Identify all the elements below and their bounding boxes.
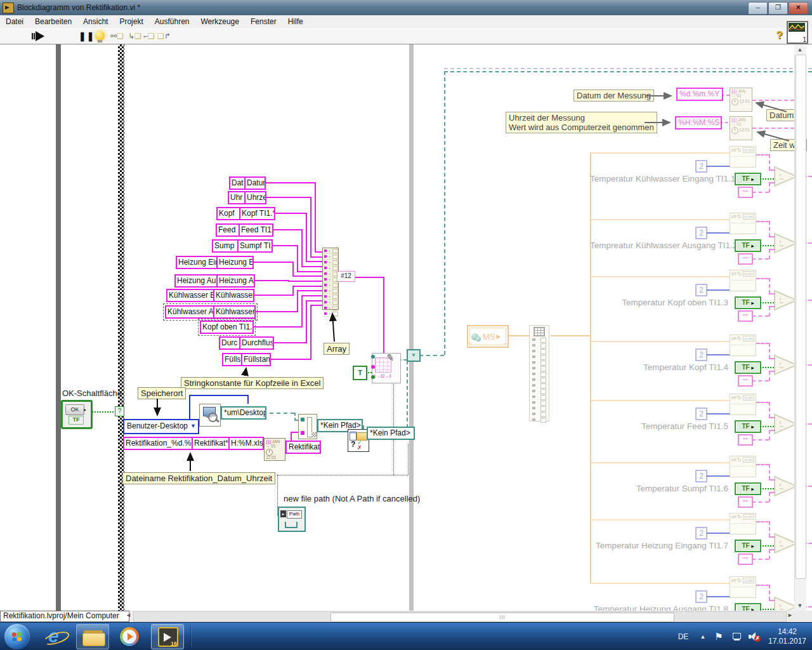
string-constant-10[interactable]: DurcDurchfluss (219, 336, 274, 350)
close-button[interactable]: ✕ (789, 2, 808, 15)
number-to-string-node[interactable]: #F↻ n.nn (730, 270, 756, 291)
number-to-string-node[interactable]: #F↻ n.nn (730, 456, 756, 477)
string-constant-5[interactable]: Heizung EinHeizung Ei* (176, 256, 254, 269)
build-path-node[interactable] (298, 414, 317, 439)
get-system-directory-node[interactable] (199, 404, 221, 427)
boolean-terminal[interactable]: TF ▸ (735, 173, 761, 185)
string-constant-4[interactable]: SumpSumpf TI1* (212, 239, 273, 253)
string-constant-11[interactable]: FüllsFüllstand (222, 353, 271, 366)
start-button[interactable] (4, 624, 30, 649)
digits-constant[interactable]: 2 (695, 227, 707, 239)
number-to-string-node[interactable]: #F↻ n.nn (730, 213, 756, 234)
digits-constant[interactable]: 2 (695, 348, 707, 361)
format-datetime-node-datum[interactable]: JAN→ 01 12:01 (730, 88, 752, 112)
clock[interactable]: 14:42 17.01.2017 (764, 623, 811, 650)
empty-string-constant[interactable]: "" (738, 253, 753, 265)
format-datetime-node-zeit[interactable]: JAN→ 01 12:01 (730, 116, 752, 140)
datum-format-string[interactable]: %d.%m.%Y (676, 88, 723, 101)
scroll-left-button[interactable]: ◄ (126, 612, 131, 618)
digits-constant[interactable]: 2 (695, 160, 707, 173)
digits-constant[interactable]: 2 (695, 590, 707, 603)
menu-item-bearbeiten[interactable]: Bearbeiten (29, 16, 77, 27)
enum-dropdown-icon[interactable]: ▼ (190, 420, 196, 432)
string-constant-1[interactable]: UhrUhrzeit (228, 191, 266, 204)
number-to-string-node[interactable]: #F↻ n.nn (730, 394, 756, 415)
format-datetime-node-left[interactable]: JAN→ 01 12:01 (264, 438, 285, 461)
vertical-scrollbar-thumb[interactable] (796, 55, 806, 579)
step-over-icon[interactable]: ⌐❏ (143, 32, 155, 41)
horizontal-scrollbar-thumb[interactable]: ||| (331, 613, 674, 622)
index-array-node[interactable] (529, 325, 549, 421)
scroll-down-button[interactable]: ▼ (794, 600, 806, 611)
menu-item-fenster[interactable]: Fenster (245, 16, 282, 27)
digits-constant[interactable]: 2 (695, 284, 707, 296)
scroll-right-button[interactable]: ► (787, 612, 793, 618)
ms-variable-node[interactable]: MS ▶ ?! ?! (467, 325, 509, 348)
digits-constant[interactable]: 2 (695, 408, 707, 420)
boolean-terminal[interactable]: TF ▸ (735, 603, 761, 611)
action-center-flag-icon[interactable]: ⚑ (712, 623, 726, 650)
taskbar-item-media-player[interactable] (113, 624, 146, 649)
ok-boolean-terminal[interactable]: OK ▸ TF (61, 400, 93, 429)
pause-button-icon[interactable]: ❚❚ (79, 31, 95, 41)
new-file-path-terminal[interactable]: ▸ Path (278, 507, 306, 532)
block-diagram[interactable]: OK-Schaltfläche OK ▸ TF ? ++++++++++++ #… (0, 44, 812, 611)
string-constant-3[interactable]: FeedFeed TI1.* (216, 223, 273, 237)
boolean-terminal[interactable]: TF ▸ (735, 420, 761, 433)
string-constant-0[interactable]: DatDatum (229, 176, 266, 190)
restore-button[interactable]: ❐ (768, 2, 788, 15)
empty-string-constant[interactable]: "" (738, 310, 753, 322)
menu-item-ansicht[interactable]: Ansicht (77, 16, 114, 27)
write-spreadsheet-node[interactable]: ✎ 1→‖2→‖ (372, 353, 401, 383)
zeit-format-string[interactable]: %H:%M:%S (675, 116, 722, 129)
string-constant-2[interactable]: KopfKopf TI1.* (216, 207, 275, 220)
empty-string-constant[interactable]: "" (738, 496, 753, 508)
taskbar-item-labview[interactable]: 16 (151, 624, 184, 649)
context-help-icon[interactable]: ? (776, 29, 783, 42)
boolean-terminal[interactable]: TF ▸ (735, 361, 761, 374)
minimize-button[interactable]: – (748, 2, 768, 15)
boolean-terminal[interactable]: TF ▸ (735, 296, 761, 309)
menu-item-projekt[interactable]: Projekt (114, 16, 148, 27)
menu-item-datei[interactable]: Datei (0, 16, 29, 27)
boolean-terminal[interactable]: TF ▸ (735, 540, 761, 552)
scroll-up-button[interactable]: ▲ (794, 44, 806, 55)
run-button-icon[interactable] (36, 31, 44, 41)
network-icon[interactable] (728, 623, 743, 650)
number-to-string-node[interactable]: #F↻ n.nn (730, 335, 756, 356)
volume-muted-icon[interactable]: ✗ (746, 623, 763, 650)
string-constant-9[interactable]: Kopf oben TI1.3 (200, 321, 254, 334)
number-to-string-node[interactable]: #F↻ n.nn (730, 146, 756, 168)
horizontal-scrollbar[interactable]: ||| (133, 611, 787, 622)
menu-item-werkzeuge[interactable]: Werkzeuge (195, 16, 244, 27)
boolean-terminal[interactable]: TF ▸ (735, 239, 761, 252)
number-to-string-node[interactable]: #F↻ n.nn (730, 576, 756, 598)
empty-string-constant[interactable]: "" (738, 187, 753, 198)
boolean-terminal[interactable]: TF ▸ (735, 482, 761, 495)
language-indicator[interactable]: DE (674, 623, 693, 650)
digits-constant[interactable]: 2 (695, 527, 707, 540)
show-hidden-icons-button[interactable]: ▲ (697, 623, 709, 650)
execution-target-indicator[interactable]: Rektifikation.lvproj/Mein Computer (0, 611, 129, 622)
empty-string-constant[interactable]: "" (738, 554, 753, 565)
taskbar-item-internet-explorer[interactable]: e (39, 624, 72, 649)
retain-wire-values-icon[interactable]: ⚯❏ (110, 32, 124, 41)
string-constant-8[interactable]: Kühlwasser AKühlwasser*2 (165, 305, 256, 319)
number-to-string-node[interactable]: #F↻ n.nn (730, 513, 756, 534)
system-dir-enum[interactable]: Benutzer-Desktop ▼ (123, 419, 199, 434)
taskbar-item-explorer[interactable] (76, 624, 109, 649)
step-into-icon[interactable]: ↳❏ (128, 32, 141, 41)
file-dialog-node[interactable]: ? ✓ ✗ (348, 429, 369, 452)
transpose-true-constant[interactable]: T (353, 366, 367, 380)
string-constant-7[interactable]: Kühlwasser EKühlwasser*1 (166, 289, 254, 302)
string-constant-6[interactable]: Heizung AuHeizung Au* (174, 274, 255, 288)
highlight-execution-icon[interactable] (95, 31, 105, 41)
menu-item-hilfe[interactable]: Hilfe (282, 16, 309, 27)
filename-format-string[interactable]: Rektifikation_%d.% Rektifikat* H:%M.xls (123, 437, 264, 450)
step-out-icon[interactable]: ❏↱ (157, 32, 171, 41)
menu-item-ausführen[interactable]: Ausführen (149, 16, 195, 27)
empty-string-constant[interactable]: "" (738, 434, 753, 446)
empty-string-constant[interactable]: "" (738, 375, 753, 387)
vertical-scrollbar[interactable] (794, 44, 806, 611)
digits-constant[interactable]: 2 (695, 470, 707, 482)
